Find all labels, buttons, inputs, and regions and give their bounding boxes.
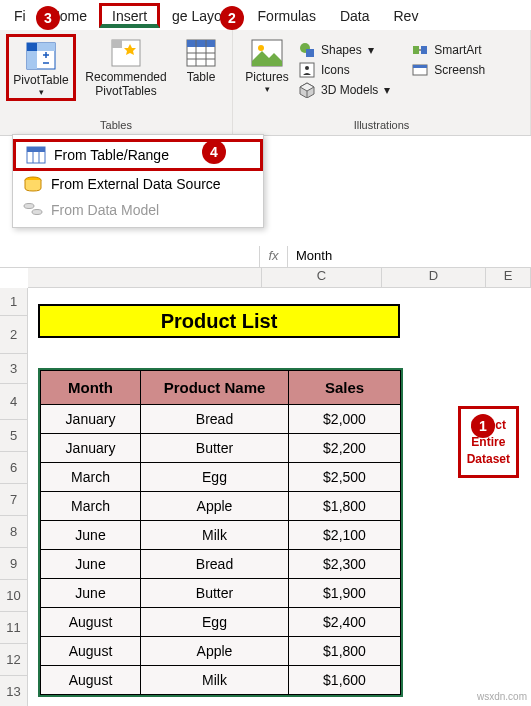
chevron-down-icon: ▾ (39, 87, 44, 98)
cell[interactable]: August (41, 608, 141, 637)
cell[interactable]: $1,900 (289, 579, 401, 608)
cell[interactable]: Egg (141, 608, 289, 637)
pictures-button[interactable]: Pictures ▾ (239, 34, 295, 95)
svg-rect-1 (27, 43, 37, 51)
col-c[interactable]: C (262, 268, 382, 288)
table-row[interactable]: JanuaryButter$2,200 (41, 434, 401, 463)
fx-icon[interactable]: fx (260, 246, 288, 267)
cell[interactable]: Butter (141, 579, 289, 608)
col-d[interactable]: D (382, 268, 486, 288)
tab-data[interactable]: Data (328, 4, 382, 26)
row-2[interactable]: 2 (0, 316, 28, 354)
row-8[interactable]: 8 (0, 516, 28, 548)
cell[interactable]: Milk (141, 521, 289, 550)
from-external-label: From External Data Source (51, 176, 221, 192)
from-external-item[interactable]: From External Data Source (13, 171, 263, 197)
cell[interactable]: June (41, 521, 141, 550)
svg-point-27 (24, 204, 34, 209)
cell[interactable]: Apple (141, 492, 289, 521)
data-table[interactable]: MonthProduct NameSalesJanuaryBread$2,000… (38, 368, 403, 697)
smartart-icon (412, 42, 428, 58)
chevron-down-icon: ▾ (265, 84, 270, 95)
table-row[interactable]: JuneButter$1,900 (41, 579, 401, 608)
tab-review[interactable]: Rev (381, 4, 430, 26)
row-5[interactable]: 5 (0, 420, 28, 452)
shapes-button[interactable]: Shapes ▾ (299, 42, 374, 58)
cell[interactable]: $2,500 (289, 463, 401, 492)
pivottable-button[interactable]: PivotTable ▾ (6, 34, 76, 101)
from-table-label: From Table/Range (54, 147, 169, 163)
row-7[interactable]: 7 (0, 484, 28, 516)
cell[interactable]: August (41, 637, 141, 666)
row-11[interactable]: 11 (0, 612, 28, 644)
cell[interactable]: Bread (141, 550, 289, 579)
cell[interactable]: January (41, 405, 141, 434)
smartart-button[interactable]: SmartArt (412, 42, 481, 58)
pictures-label: Pictures (245, 70, 288, 84)
cell[interactable]: Butter (141, 434, 289, 463)
row-6[interactable]: 6 (0, 452, 28, 484)
cell[interactable]: January (41, 434, 141, 463)
cell[interactable]: March (41, 463, 141, 492)
name-box[interactable] (0, 246, 260, 267)
cell[interactable]: June (41, 550, 141, 579)
row-12[interactable]: 12 (0, 644, 28, 676)
3dmodels-button[interactable]: 3D Models ▾ (299, 82, 390, 98)
table-row[interactable]: AugustMilk$1,600 (41, 666, 401, 695)
svg-point-17 (305, 66, 309, 70)
recommended-pivot-button[interactable]: Recommended PivotTables (80, 34, 172, 101)
table-row[interactable]: JuneMilk$2,100 (41, 521, 401, 550)
col-e[interactable]: E (486, 268, 531, 288)
table-row[interactable]: MarchApple$1,800 (41, 492, 401, 521)
row-13[interactable]: 13 (0, 676, 28, 706)
formula-value[interactable]: Month (288, 246, 340, 267)
cell[interactable]: June (41, 579, 141, 608)
cell[interactable]: Egg (141, 463, 289, 492)
svg-rect-23 (27, 147, 45, 152)
svg-rect-7 (187, 40, 215, 47)
icons-icon (299, 62, 315, 78)
cell[interactable]: $1,800 (289, 637, 401, 666)
row-9[interactable]: 9 (0, 548, 28, 580)
cell[interactable]: $2,100 (289, 521, 401, 550)
table-button[interactable]: Table (176, 34, 226, 101)
tab-insert[interactable]: Insert (99, 3, 160, 28)
row-3[interactable]: 3 (0, 354, 28, 384)
cell[interactable]: $1,800 (289, 492, 401, 521)
pivottable-icon (25, 41, 57, 71)
row-4[interactable]: 4 (0, 384, 28, 420)
tab-file[interactable]: Fi (2, 4, 38, 26)
cell[interactable]: $2,400 (289, 608, 401, 637)
cell[interactable]: March (41, 492, 141, 521)
table-row[interactable]: MarchEgg$2,500 (41, 463, 401, 492)
badge-4: 4 (202, 140, 226, 164)
pivot-dropdown: From Table/Range From External Data Sour… (12, 134, 264, 228)
recommended-pivot-label: Recommended PivotTables (85, 70, 166, 99)
group-illustrations: Pictures ▾ Shapes ▾ Icons 3D Models ▾ Sm… (233, 30, 531, 135)
table-row[interactable]: AugustEgg$2,400 (41, 608, 401, 637)
svg-rect-3 (27, 51, 37, 69)
from-model-item[interactable]: From Data Model (13, 197, 263, 223)
icons-button[interactable]: Icons (299, 62, 350, 78)
cell[interactable]: $2,300 (289, 550, 401, 579)
watermark: wsxdn.com (477, 691, 527, 702)
cell[interactable]: $2,000 (289, 405, 401, 434)
cell[interactable]: Milk (141, 666, 289, 695)
icons-label: Icons (321, 63, 350, 77)
cell[interactable]: Apple (141, 637, 289, 666)
worksheet[interactable]: C D E 1 2 3 4 5 6 7 8 9 10 11 12 13 14 P… (0, 268, 531, 288)
cell[interactable]: $1,600 (289, 666, 401, 695)
cell[interactable]: August (41, 666, 141, 695)
table-row[interactable]: JuneBread$2,300 (41, 550, 401, 579)
screenshot-button[interactable]: Screensh (412, 62, 485, 78)
row-1[interactable]: 1 (0, 288, 28, 316)
row-10[interactable]: 10 (0, 580, 28, 612)
smartart-label: SmartArt (434, 43, 481, 57)
column-headers: C D E (28, 268, 531, 288)
cell[interactable]: Bread (141, 405, 289, 434)
cell[interactable]: $2,200 (289, 434, 401, 463)
table-row[interactable]: JanuaryBread$2,000 (41, 405, 401, 434)
tab-formulas[interactable]: Formulas (246, 4, 328, 26)
svg-point-28 (32, 210, 42, 215)
table-row[interactable]: AugustApple$1,800 (41, 637, 401, 666)
